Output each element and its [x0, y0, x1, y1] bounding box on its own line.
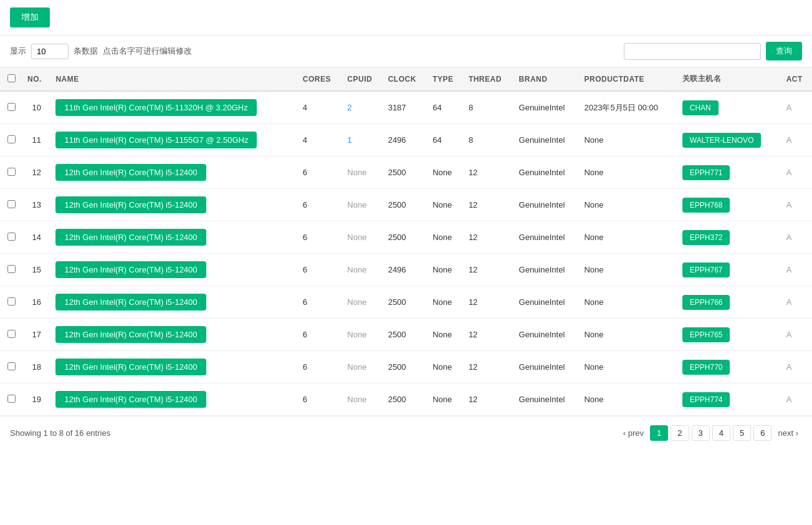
- host-name-badge[interactable]: EPPH767: [682, 262, 730, 277]
- row-thread: 8: [464, 91, 514, 124]
- row-cores: 6: [298, 351, 343, 383]
- cpu-name-badge[interactable]: 12th Gen Intel(R) Core(TM) i5-12400: [55, 391, 206, 408]
- row-action[interactable]: A: [781, 189, 812, 221]
- row-clock: 2500: [383, 319, 428, 351]
- row-no: 18: [22, 351, 50, 383]
- page-btn-4[interactable]: 4: [712, 425, 730, 441]
- row-no: 13: [22, 189, 50, 221]
- row-checkbox-cell: [0, 124, 22, 157]
- table-row: 1812th Gen Intel(R) Core(TM) i5-124006No…: [0, 351, 812, 383]
- row-action[interactable]: A: [781, 254, 812, 286]
- header-clock: CLOCK: [383, 67, 428, 91]
- cpu-name-badge[interactable]: 11th Gen Intel(R) Core(TM) i5-1155G7 @ 2…: [55, 132, 257, 148]
- table-row: 1212th Gen Intel(R) Core(TM) i5-124006No…: [0, 157, 812, 189]
- row-checkbox[interactable]: [7, 362, 16, 370]
- header-action: ACT: [781, 67, 812, 91]
- row-action[interactable]: A: [781, 351, 812, 383]
- add-button[interactable]: 增加: [10, 7, 50, 27]
- row-thread: 12: [464, 189, 514, 221]
- per-page-input[interactable]: [31, 44, 69, 59]
- host-name-badge[interactable]: WALTER-LENOVO: [682, 133, 762, 148]
- row-productdate: 2023年5月5日 00:00: [579, 91, 677, 124]
- row-checkbox[interactable]: [7, 330, 16, 338]
- row-checkbox[interactable]: [7, 265, 16, 273]
- row-host: EPPH766: [677, 286, 781, 319]
- row-action[interactable]: A: [781, 124, 812, 157]
- row-name: 12th Gen Intel(R) Core(TM) i5-12400: [50, 221, 297, 254]
- search-button[interactable]: 查询: [766, 42, 802, 60]
- host-name-badge[interactable]: EPPH768: [682, 198, 730, 213]
- row-brand: GenuineIntel: [514, 254, 580, 286]
- row-name: 12th Gen Intel(R) Core(TM) i5-12400: [50, 351, 297, 383]
- row-host: EPPH774: [677, 383, 781, 416]
- select-all-checkbox[interactable]: [7, 74, 16, 82]
- page-btn-5[interactable]: 5: [733, 425, 751, 441]
- page-btn-1[interactable]: 1: [650, 425, 668, 441]
- page-btn-6[interactable]: 6: [753, 425, 771, 441]
- cpu-name-badge[interactable]: 12th Gen Intel(R) Core(TM) i5-12400: [55, 229, 206, 246]
- row-action[interactable]: A: [781, 383, 812, 416]
- row-checkbox[interactable]: [7, 395, 16, 403]
- row-type: None: [427, 286, 464, 319]
- row-thread: 12: [464, 254, 514, 286]
- page-buttons: ‹ prev 1 2 3 4 5 6 next ›: [619, 425, 802, 441]
- cpu-name-badge[interactable]: 12th Gen Intel(R) Core(TM) i5-12400: [55, 196, 206, 213]
- row-checkbox[interactable]: [7, 233, 16, 241]
- row-action[interactable]: A: [781, 91, 812, 124]
- row-productdate: None: [579, 286, 677, 319]
- row-checkbox[interactable]: [7, 297, 16, 306]
- row-action[interactable]: A: [781, 319, 812, 351]
- row-no: 17: [22, 319, 50, 351]
- row-host: EPPH767: [677, 254, 781, 286]
- host-name-badge[interactable]: EPPH766: [682, 295, 730, 310]
- row-cpuid[interactable]: 1: [342, 124, 383, 157]
- row-cores: 6: [298, 254, 343, 286]
- row-cpuid: None: [342, 286, 383, 319]
- search-input[interactable]: [624, 43, 761, 60]
- row-brand: GenuineIntel: [514, 221, 580, 254]
- host-name-badge[interactable]: EPPH372: [682, 230, 730, 245]
- row-action[interactable]: A: [781, 286, 812, 319]
- row-name: 12th Gen Intel(R) Core(TM) i5-12400: [50, 157, 297, 189]
- toolbar: 显示 条数据 点击名字可进行编辑修改 查询: [0, 36, 812, 67]
- header-no: NO.: [22, 67, 50, 91]
- host-name-badge[interactable]: EPPH770: [682, 360, 730, 375]
- next-button[interactable]: next ›: [774, 426, 802, 440]
- row-brand: GenuineIntel: [514, 124, 580, 157]
- row-checkbox[interactable]: [7, 103, 16, 111]
- row-action[interactable]: A: [781, 221, 812, 254]
- row-brand: GenuineIntel: [514, 383, 580, 416]
- row-brand: GenuineIntel: [514, 157, 580, 189]
- row-checkbox[interactable]: [7, 135, 16, 143]
- prev-button[interactable]: ‹ prev: [619, 426, 647, 440]
- header-type: TYPE: [427, 67, 464, 91]
- host-name-badge[interactable]: EPPH771: [682, 165, 730, 180]
- row-brand: GenuineIntel: [514, 286, 580, 319]
- host-name-badge[interactable]: CHAN: [682, 100, 719, 115]
- row-checkbox[interactable]: [7, 168, 16, 176]
- cpu-name-badge[interactable]: 12th Gen Intel(R) Core(TM) i5-12400: [55, 164, 206, 181]
- header-host: 关联主机名: [677, 67, 781, 91]
- host-name-badge[interactable]: EPPH765: [682, 327, 730, 342]
- row-clock: 2500: [383, 189, 428, 221]
- cpu-name-badge[interactable]: 12th Gen Intel(R) Core(TM) i5-12400: [55, 326, 206, 343]
- row-brand: GenuineIntel: [514, 91, 580, 124]
- row-no: 15: [22, 254, 50, 286]
- cpu-name-badge[interactable]: 12th Gen Intel(R) Core(TM) i5-12400: [55, 359, 206, 375]
- row-name: 12th Gen Intel(R) Core(TM) i5-12400: [50, 383, 297, 416]
- row-action[interactable]: A: [781, 157, 812, 189]
- page-btn-2[interactable]: 2: [671, 425, 689, 441]
- row-clock: 2500: [383, 221, 428, 254]
- row-checkbox[interactable]: [7, 200, 16, 208]
- row-name: 12th Gen Intel(R) Core(TM) i5-12400: [50, 189, 297, 221]
- row-host: EPPH765: [677, 319, 781, 351]
- cpu-name-badge[interactable]: 12th Gen Intel(R) Core(TM) i5-12400: [55, 261, 206, 278]
- cpu-name-badge[interactable]: 11th Gen Intel(R) Core(TM) i5-11320H @ 3…: [55, 99, 256, 116]
- page-btn-3[interactable]: 3: [692, 425, 710, 441]
- host-name-badge[interactable]: EPPH774: [682, 392, 730, 407]
- row-cpuid[interactable]: 2: [342, 91, 383, 124]
- row-name: 11th Gen Intel(R) Core(TM) i5-11320H @ 3…: [50, 91, 297, 124]
- cpu-name-badge[interactable]: 12th Gen Intel(R) Core(TM) i5-12400: [55, 294, 206, 311]
- row-no: 16: [22, 286, 50, 319]
- table-row: 1612th Gen Intel(R) Core(TM) i5-124006No…: [0, 286, 812, 319]
